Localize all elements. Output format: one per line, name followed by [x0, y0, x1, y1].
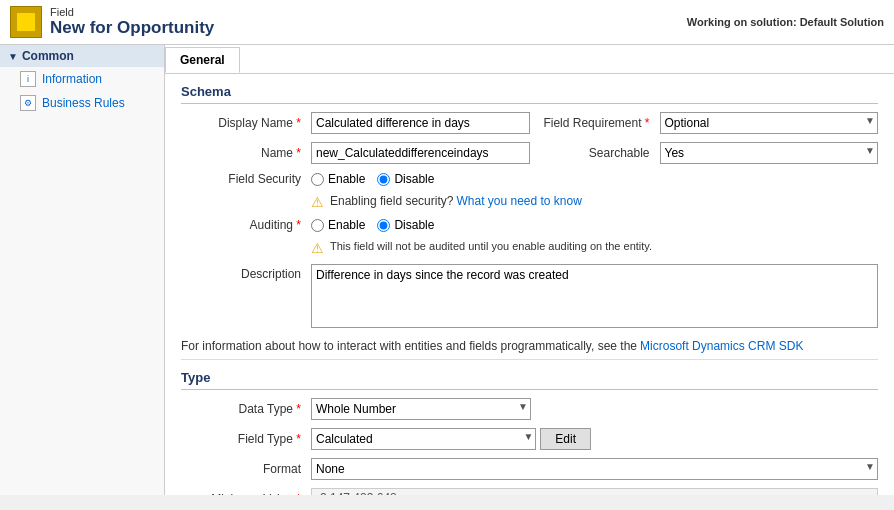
format-field: None Duration Time Zone Language ▼ [311, 458, 878, 480]
name-left: Name * [181, 142, 530, 164]
format-select[interactable]: None Duration Time Zone Language [311, 458, 878, 480]
name-field [311, 142, 530, 164]
auditing-disable-label[interactable]: Disable [377, 218, 434, 232]
data-type-select-wrapper: Whole Number Single Line of Text Multipl… [311, 398, 531, 420]
auditing-enable-radio[interactable] [311, 219, 324, 232]
auditing-label: Auditing * [181, 218, 311, 232]
schema-section-title: Schema [181, 84, 878, 104]
auditing-warning-text: This field will not be audited until you… [330, 240, 652, 252]
data-type-label: Data Type * [181, 402, 311, 416]
header-left: Field New for Opportunity [10, 6, 214, 38]
tab-general[interactable]: General [165, 47, 240, 73]
min-value-field: -2,147,483,648 [311, 488, 878, 495]
auditing-field: Enable Disable [311, 218, 878, 232]
auditing-warning-icon: ⚠ [311, 240, 324, 256]
field-req-required: * [645, 116, 650, 130]
field-security-enable-radio[interactable] [311, 173, 324, 186]
data-type-row: Data Type * Whole Number Single Line of … [181, 398, 878, 420]
field-security-enable-label[interactable]: Enable [311, 172, 365, 186]
sidebar-section-label: Common [22, 49, 74, 63]
format-select-wrapper: None Duration Time Zone Language ▼ [311, 458, 878, 480]
auditing-required: * [296, 218, 301, 232]
main-layout: ▼ Common i Information ⚙ Business Rules … [0, 45, 894, 495]
data-type-select[interactable]: Whole Number Single Line of Text Multipl… [311, 398, 531, 420]
searchable-select[interactable]: Yes No [660, 142, 879, 164]
header-subtitle: Field [50, 6, 214, 18]
field-requirement-right: Field Requirement * Optional Business Re… [530, 112, 879, 134]
searchable-label: Searchable [530, 146, 660, 160]
display-name-required: * [296, 116, 301, 130]
field-security-label: Field Security [181, 172, 311, 186]
type-section-title: Type [181, 370, 878, 390]
display-name-field [311, 112, 530, 134]
display-name-label: Display Name * [181, 116, 311, 130]
min-value-display: -2,147,483,648 [311, 488, 878, 495]
field-type-label: Field Type * [181, 432, 311, 446]
field-type-required: * [296, 432, 301, 446]
field-requirement-label: Field Requirement * [530, 116, 660, 130]
field-type-controls: Calculated Simple Rollup ▼ Edit [311, 428, 591, 450]
display-name-row: Display Name * Field Requirement * [181, 112, 878, 134]
data-type-field: Whole Number Single Line of Text Multipl… [311, 398, 878, 420]
description-textarea[interactable]: Difference in days since the record was … [311, 264, 878, 328]
field-type-row: Field Type * Calculated Simple Rollup ▼ [181, 428, 878, 450]
information-icon: i [20, 71, 36, 87]
sidebar-section-common[interactable]: ▼ Common [0, 45, 164, 67]
field-security-disable-label[interactable]: Disable [377, 172, 434, 186]
content-area: General Schema Display Name * [165, 45, 894, 495]
auditing-disable-radio[interactable] [377, 219, 390, 232]
display-name-input[interactable] [311, 112, 530, 134]
crm-sdk-link[interactable]: Microsoft Dynamics CRM SDK [640, 339, 803, 353]
searchable-select-wrapper: Yes No ▼ [660, 142, 879, 164]
name-required: * [296, 146, 301, 160]
sidebar-item-information[interactable]: i Information [0, 67, 164, 91]
page-header: Field New for Opportunity Working on sol… [0, 0, 894, 45]
field-security-warning-row: ⚠ Enabling field security? What you need… [181, 194, 878, 210]
name-input[interactable] [311, 142, 530, 164]
entity-icon [10, 6, 42, 38]
min-value-row: Minimum Value * -2,147,483,648 [181, 488, 878, 495]
format-label: Format [181, 462, 311, 476]
description-row: Description Difference in days since the… [181, 264, 878, 331]
display-name-left: Display Name * [181, 112, 530, 134]
name-label: Name * [181, 146, 311, 160]
auditing-enable-label[interactable]: Enable [311, 218, 365, 232]
data-type-required: * [296, 402, 301, 416]
description-field: Difference in days since the record was … [311, 264, 878, 331]
min-value-required: * [296, 492, 301, 495]
form-content: Schema Display Name * Field Requirement [165, 74, 894, 495]
name-row: Name * Searchable Yes [181, 142, 878, 164]
tab-bar: General [165, 45, 894, 74]
sidebar-item-business-rules[interactable]: ⚙ Business Rules [0, 91, 164, 115]
page-title: New for Opportunity [50, 18, 214, 38]
field-requirement-select[interactable]: Optional Business Required Business Reco… [660, 112, 879, 134]
auditing-radio-group: Enable Disable [311, 218, 878, 232]
warning-icon: ⚠ [311, 194, 324, 210]
field-type-select-wrapper: Calculated Simple Rollup ▼ [311, 428, 536, 450]
field-security-field: Enable Disable [311, 172, 878, 186]
field-type-field: Calculated Simple Rollup ▼ Edit [311, 428, 878, 450]
entity-icon-inner [16, 12, 36, 32]
searchable-right: Searchable Yes No ▼ [530, 142, 879, 164]
working-on-label: Working on solution: Default Solution [687, 16, 884, 28]
field-type-select[interactable]: Calculated Simple Rollup [311, 428, 536, 450]
sidebar: ▼ Common i Information ⚙ Business Rules [0, 45, 165, 495]
header-title-block: Field New for Opportunity [50, 6, 214, 38]
auditing-row: Auditing * Enable Disable [181, 218, 878, 232]
field-security-radio-group: Enable Disable [311, 172, 878, 186]
sidebar-item-information-label: Information [42, 72, 102, 86]
what-you-need-link[interactable]: What you need to know [456, 194, 581, 208]
business-rules-icon: ⚙ [20, 95, 36, 111]
min-value-label: Minimum Value * [181, 492, 311, 495]
searchable-field: Yes No ▼ [660, 142, 879, 164]
info-text-row: For information about how to interact wi… [181, 339, 878, 360]
field-security-row: Field Security Enable Disable [181, 172, 878, 186]
format-row: Format None Duration Time Zone Language … [181, 458, 878, 480]
sidebar-item-business-rules-label: Business Rules [42, 96, 125, 110]
field-security-disable-radio[interactable] [377, 173, 390, 186]
auditing-warning-row: ⚠ This field will not be audited until y… [181, 240, 878, 256]
field-security-warning-text: Enabling field security? What you need t… [330, 194, 582, 208]
field-requirement-field: Optional Business Required Business Reco… [660, 112, 879, 134]
field-requirement-select-wrapper: Optional Business Required Business Reco… [660, 112, 879, 134]
edit-button[interactable]: Edit [540, 428, 591, 450]
